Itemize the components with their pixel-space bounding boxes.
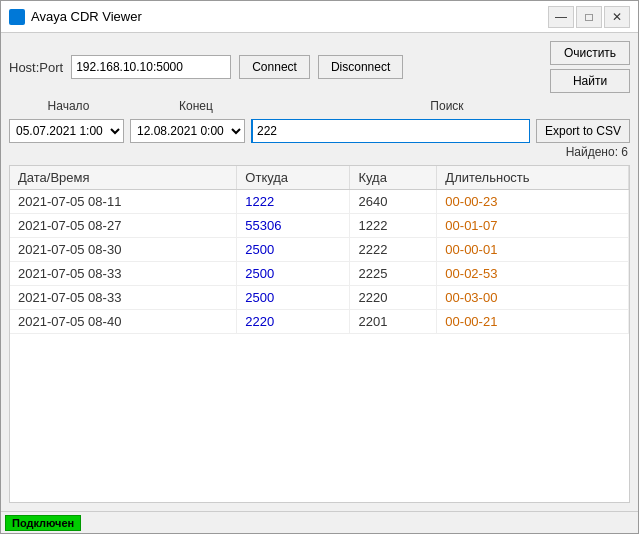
- cell-to: 2640: [350, 190, 437, 214]
- table-row: 2021-07-05 08-332500222500-02-53: [10, 262, 629, 286]
- cell-duration: 00-00-21: [437, 310, 629, 334]
- status-bar: Подключен: [1, 511, 638, 533]
- data-table: Дата/Время Откуда Куда Длительность 2021…: [10, 166, 629, 334]
- cell-duration: 00-00-23: [437, 190, 629, 214]
- table-header-row: Дата/Время Откуда Куда Длительность: [10, 166, 629, 190]
- cell-from: 2500: [237, 238, 350, 262]
- col-header-to: Куда: [350, 166, 437, 190]
- close-button[interactable]: ✕: [604, 6, 630, 28]
- cell-datetime: 2021-07-05 08-40: [10, 310, 237, 334]
- table-row: 2021-07-05 08-111222264000-00-23: [10, 190, 629, 214]
- start-date-select[interactable]: 05.07.2021 1:00: [9, 119, 124, 143]
- disconnect-button[interactable]: Disconnect: [318, 55, 403, 79]
- cell-to: 2220: [350, 286, 437, 310]
- cell-datetime: 2021-07-05 08-33: [10, 262, 237, 286]
- end-label: Конец: [126, 99, 266, 113]
- title-bar: Avaya CDR Viewer — □ ✕: [1, 1, 638, 33]
- found-count-row: Найдено: 6: [9, 145, 630, 159]
- cell-from: 1222: [237, 190, 350, 214]
- host-input[interactable]: [71, 55, 231, 79]
- content-area: Host:Port Connect Disconnect Очистить На…: [1, 33, 638, 511]
- cell-from: 55306: [237, 214, 350, 238]
- main-window: Avaya CDR Viewer — □ ✕ Host:Port Connect…: [0, 0, 639, 534]
- cell-from: 2500: [237, 286, 350, 310]
- search-input[interactable]: [251, 119, 530, 143]
- end-date-select[interactable]: 12.08.2021 0:00: [130, 119, 245, 143]
- top-controls-row: Host:Port Connect Disconnect Очистить На…: [9, 41, 630, 93]
- cell-to: 2225: [350, 262, 437, 286]
- table-row: 2021-07-05 08-2755306122200-01-07: [10, 214, 629, 238]
- col-header-datetime: Дата/Время: [10, 166, 237, 190]
- col-header-from: Откуда: [237, 166, 350, 190]
- export-button[interactable]: Export to CSV: [536, 119, 630, 143]
- cell-from: 2220: [237, 310, 350, 334]
- cell-duration: 00-03-00: [437, 286, 629, 310]
- table-row: 2021-07-05 08-402220220100-00-21: [10, 310, 629, 334]
- search-label: Поиск: [266, 99, 628, 113]
- connect-button[interactable]: Connect: [239, 55, 310, 79]
- table-row: 2021-07-05 08-302500222200-00-01: [10, 238, 629, 262]
- col-header-duration: Длительность: [437, 166, 629, 190]
- clear-button[interactable]: Очистить: [550, 41, 630, 65]
- cell-datetime: 2021-07-05 08-27: [10, 214, 237, 238]
- cell-duration: 00-01-07: [437, 214, 629, 238]
- cell-to: 1222: [350, 214, 437, 238]
- find-button[interactable]: Найти: [550, 69, 630, 93]
- start-label: Начало: [11, 99, 126, 113]
- app-icon: [9, 9, 25, 25]
- cell-duration: 00-02-53: [437, 262, 629, 286]
- cell-from: 2500: [237, 262, 350, 286]
- window-controls: — □ ✕: [548, 6, 630, 28]
- cell-duration: 00-00-01: [437, 238, 629, 262]
- found-count: Найдено: 6: [566, 145, 628, 159]
- window-title: Avaya CDR Viewer: [31, 9, 548, 24]
- filter-row: 05.07.2021 1:00 12.08.2021 0:00 Export t…: [9, 119, 630, 143]
- cell-datetime: 2021-07-05 08-11: [10, 190, 237, 214]
- data-table-container: Дата/Время Откуда Куда Длительность 2021…: [9, 165, 630, 503]
- cell-to: 2201: [350, 310, 437, 334]
- cell-datetime: 2021-07-05 08-33: [10, 286, 237, 310]
- host-label: Host:Port: [9, 60, 63, 75]
- table-row: 2021-07-05 08-332500222000-03-00: [10, 286, 629, 310]
- maximize-button[interactable]: □: [576, 6, 602, 28]
- minimize-button[interactable]: —: [548, 6, 574, 28]
- cell-to: 2222: [350, 238, 437, 262]
- cell-datetime: 2021-07-05 08-30: [10, 238, 237, 262]
- connection-status-badge: Подключен: [5, 515, 81, 531]
- filter-labels-row: Начало Конец Поиск: [9, 99, 630, 113]
